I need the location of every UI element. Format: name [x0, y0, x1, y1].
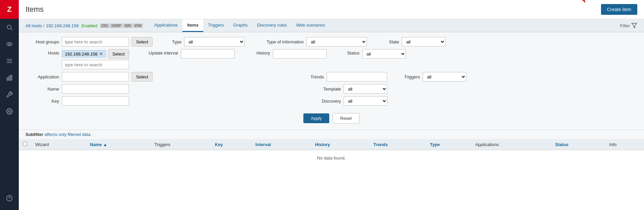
- tab-applications[interactable]: Applications: [149, 19, 182, 32]
- create-item-button[interactable]: Create item: [601, 4, 637, 15]
- th-applications: Applications: [471, 139, 551, 150]
- host-tag: 192.168.248.156 ✕: [62, 50, 106, 58]
- th-wizard: Wizard: [31, 139, 86, 150]
- th-interval[interactable]: Interval: [251, 139, 311, 150]
- no-data-message: No data found.: [19, 150, 644, 166]
- interval-sort[interactable]: Interval: [255, 142, 271, 147]
- tab-discovery-rules[interactable]: Discovery rules: [252, 19, 292, 32]
- main-content: Items Create item All hosts / 192.168.24…: [19, 0, 644, 210]
- wrench-icon[interactable]: [0, 86, 19, 103]
- host-groups-select-button[interactable]: Select: [132, 37, 153, 46]
- filter-row-2: Hosts 192.168.248.156 ✕ Select Update in…: [26, 49, 637, 69]
- sidebar-logo[interactable]: Z: [0, 0, 19, 19]
- create-button-wrapper: Create item: [601, 4, 637, 15]
- hosts-input-row: 192.168.248.156 ✕ Select: [62, 49, 129, 59]
- items-table: Wizard Name ▲ Triggers Key Interval Hist…: [19, 139, 644, 166]
- history-sort[interactable]: History: [315, 142, 330, 147]
- application-input[interactable]: [62, 72, 129, 81]
- triggers-filter-label: Triggers: [402, 74, 420, 79]
- tab-items[interactable]: Items: [182, 19, 203, 32]
- search-icon[interactable]: [0, 19, 19, 36]
- key-label: Key: [26, 99, 59, 104]
- table-header-row: Wizard Name ▲ Triggers Key Interval Hist…: [19, 139, 644, 150]
- state-label: State: [382, 39, 399, 44]
- th-name[interactable]: Name ▲: [86, 139, 151, 150]
- filter-row-3: Application Select Trends Triggers all: [26, 72, 637, 81]
- filter-toggle[interactable]: Filter: [620, 23, 637, 29]
- table-body: No data found.: [19, 150, 644, 166]
- template-select[interactable]: all: [344, 84, 387, 94]
- filter-actions: Apply Reset: [26, 113, 637, 124]
- state-select[interactable]: all: [402, 37, 445, 46]
- bar-chart-icon[interactable]: [0, 69, 19, 86]
- discovery-label: Discovery: [319, 99, 341, 104]
- key-input[interactable]: [62, 96, 129, 106]
- host-groups-label: Host groups: [26, 39, 59, 44]
- status-sort[interactable]: Status: [555, 142, 569, 147]
- nav-bar: All hosts / 192.168.248.156 Enabled ZBX …: [19, 19, 644, 32]
- svg-point-10: [9, 111, 10, 112]
- hosts-select-button[interactable]: Select: [108, 49, 129, 59]
- svg-rect-8: [9, 76, 10, 80]
- reset-button[interactable]: Reset: [333, 113, 359, 124]
- apply-button[interactable]: Apply: [303, 113, 329, 123]
- select-all-checkbox[interactable]: [23, 142, 27, 146]
- tab-web-scenarios[interactable]: Web scenarios: [292, 19, 330, 32]
- name-sort[interactable]: Name ▲: [90, 142, 108, 147]
- type-label: Type: [168, 39, 181, 44]
- all-hosts-link[interactable]: All hosts: [26, 23, 42, 28]
- th-triggers: Triggers: [151, 139, 211, 150]
- th-type[interactable]: Type: [426, 139, 471, 150]
- status-label: Status: [342, 49, 359, 56]
- host-ip-link[interactable]: 192.168.248.156: [46, 23, 79, 28]
- filter-row-1: Host groups Select Type all Type of info…: [26, 37, 637, 46]
- update-interval-input[interactable]: [181, 49, 234, 59]
- breadcrumb: All hosts / 192.168.248.156 Enabled ZBX …: [26, 23, 143, 28]
- protocol-zbx: ZBX: [100, 24, 109, 28]
- trends-sort[interactable]: Trends: [374, 142, 388, 147]
- name-input[interactable]: [62, 84, 129, 94]
- host-tag-remove[interactable]: ✕: [99, 51, 103, 57]
- hosts-container: 192.168.248.156 ✕ Select: [62, 49, 129, 69]
- trends-input[interactable]: [327, 72, 387, 81]
- type-of-info-label: Type of information: [260, 39, 304, 44]
- type-sort[interactable]: Type: [430, 142, 440, 147]
- th-key[interactable]: Key: [211, 139, 251, 150]
- application-select-button[interactable]: Select: [132, 72, 153, 81]
- th-trends[interactable]: Trends: [370, 139, 426, 150]
- breadcrumb-separator: /: [43, 23, 45, 28]
- nav-tabs: Applications Items Triggers Graphs Disco…: [149, 19, 330, 32]
- page-title: Items: [26, 5, 44, 14]
- protocol-badges: ZBX SNMP JMX IPMI: [100, 24, 143, 28]
- type-of-info-select[interactable]: all: [306, 37, 367, 46]
- help-icon[interactable]: [0, 190, 19, 207]
- svg-rect-7: [7, 78, 8, 80]
- host-groups-input[interactable]: [62, 37, 129, 46]
- svg-point-2: [7, 42, 12, 46]
- hosts-label: Hosts: [26, 49, 59, 56]
- gear-icon[interactable]: [0, 103, 19, 120]
- select-all-th: [19, 139, 31, 150]
- list-icon[interactable]: [0, 53, 19, 69]
- type-select[interactable]: all: [184, 37, 245, 46]
- svg-line-1: [11, 29, 12, 30]
- triggers-select[interactable]: all: [423, 72, 466, 81]
- no-data-row: No data found.: [19, 150, 644, 166]
- arrow-indicator: [548, 0, 589, 6]
- items-table-section: Wizard Name ▲ Triggers Key Interval Hist…: [19, 139, 644, 210]
- th-history[interactable]: History: [311, 139, 370, 150]
- discovery-select[interactable]: all: [344, 96, 387, 106]
- svg-point-0: [7, 25, 11, 29]
- tab-triggers[interactable]: Triggers: [203, 19, 228, 32]
- th-status[interactable]: Status: [551, 139, 605, 150]
- svg-marker-14: [632, 23, 637, 28]
- tab-graphs[interactable]: Graphs: [228, 19, 252, 32]
- subfilter-description: affects only filtered data: [44, 132, 90, 137]
- hosts-search-input[interactable]: [62, 60, 129, 69]
- th-info: Info: [605, 139, 644, 150]
- status-select[interactable]: all: [362, 49, 406, 59]
- history-input[interactable]: [273, 49, 327, 59]
- subfilter-label: Subfilter: [26, 132, 43, 137]
- key-sort[interactable]: Key: [215, 142, 223, 147]
- eye-icon[interactable]: [0, 36, 19, 53]
